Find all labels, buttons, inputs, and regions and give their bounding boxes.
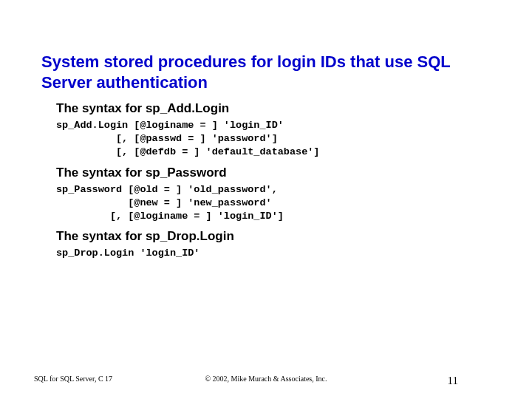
footer-right: 11 [448, 375, 458, 387]
subhead-password: The syntax for sp_Password [56, 166, 491, 180]
section-password: The syntax for sp_Password sp_Password [… [56, 166, 491, 224]
footer-left: SQL for SQL Server, C 17 [34, 375, 112, 383]
section-droplogin: The syntax for sp_Drop.Login sp_Drop.Log… [56, 229, 491, 260]
subhead-addlogin: The syntax for sp_Add.Login [56, 101, 491, 116]
slide-title: System stored procedures for login IDs t… [41, 52, 491, 92]
slide: System stored procedures for login IDs t… [0, 0, 532, 399]
code-password: sp_Password [@old = ] 'old_password', [@… [56, 183, 491, 224]
subhead-droplogin: The syntax for sp_Drop.Login [56, 229, 491, 244]
code-droplogin: sp_Drop.Login 'login_ID' [56, 247, 491, 260]
footer: SQL for SQL Server, C 17 © 2002, Mike Mu… [0, 375, 532, 383]
section-addlogin: The syntax for sp_Add.Login sp_Add.Login… [56, 101, 491, 160]
code-addlogin: sp_Add.Login [@loginame = ] 'login_ID' [… [56, 119, 491, 160]
